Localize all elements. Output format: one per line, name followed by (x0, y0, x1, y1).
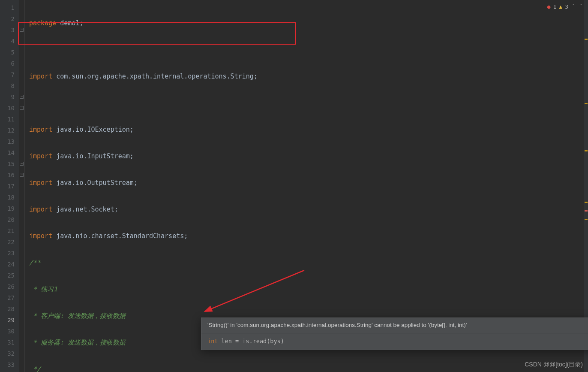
stripe-marker[interactable] (585, 150, 588, 151)
fold-column[interactable]: − − − − − (19, 0, 25, 372)
line-num[interactable]: 28 (0, 303, 19, 315)
next-highlighted-error-icon[interactable]: ˅ (579, 3, 584, 9)
line-num[interactable]: 3 (0, 24, 19, 36)
line-num[interactable]: 2 (0, 13, 19, 24)
line-num[interactable]: 6 (0, 58, 19, 69)
line-num[interactable]: 17 (0, 181, 19, 192)
error-icon: ● (547, 3, 551, 10)
stripe-marker[interactable] (585, 219, 588, 220)
tooltip-suggestion[interactable]: int len = is.read(bys) (207, 338, 284, 345)
error-tooltip[interactable]: 'String()' in 'com.sun.org.apache.xpath.… (201, 318, 588, 350)
fold-toggle-icon[interactable]: − (20, 162, 24, 166)
stripe-marker[interactable] (585, 202, 588, 203)
line-num[interactable]: 11 (0, 114, 19, 125)
line-num[interactable]: 24 (0, 259, 19, 270)
line-num[interactable]: 15 (0, 158, 19, 169)
line-num[interactable]: 10 (0, 103, 19, 114)
line-num[interactable]: 8 (0, 80, 19, 91)
error-count: 1 (553, 3, 557, 10)
stripe-marker[interactable] (585, 39, 588, 40)
line-num[interactable]: 26 (0, 281, 19, 292)
line-num[interactable]: 32 (0, 348, 19, 359)
line-num[interactable]: 30 (0, 326, 19, 337)
stripe-marker[interactable] (585, 210, 588, 212)
line-num[interactable]: 13 (0, 136, 19, 147)
watermark: CSDN @@[toc](目录) (525, 361, 583, 369)
line-num[interactable]: 5 (0, 47, 19, 58)
line-num[interactable]: 33 (0, 359, 19, 370)
line-num[interactable]: 16 (0, 169, 19, 181)
line-num[interactable]: 12 (0, 125, 19, 136)
code-area[interactable]: package demo1; import com.sun.org.apache… (25, 0, 588, 372)
tooltip-message: 'String()' in 'com.sun.org.apache.xpath.… (201, 318, 588, 333)
line-num[interactable]: 23 (0, 248, 19, 259)
warning-icon: ▲ (559, 3, 562, 10)
fold-toggle-icon[interactable]: − (20, 28, 24, 32)
line-num[interactable]: 25 (0, 270, 19, 281)
fold-toggle-icon[interactable]: − (20, 106, 24, 110)
line-num[interactable]: 9 (0, 91, 19, 103)
line-num[interactable]: 27 (0, 292, 19, 303)
problems-widget[interactable]: ● 1 ▲ 3 ˄ ˅ (547, 2, 584, 11)
line-num[interactable]: 20 (0, 214, 19, 225)
fold-toggle-icon[interactable]: − (20, 173, 24, 177)
fold-toggle-icon[interactable]: − (20, 95, 24, 99)
stripe-marker[interactable] (585, 103, 588, 104)
line-num[interactable]: 29 (0, 315, 19, 326)
line-num[interactable]: 18 (0, 192, 19, 203)
line-number-gutter[interactable]: 1 2 3 4 5 6 7 8 9 10 11 12 13 14 15 16 1… (0, 0, 19, 372)
line-num[interactable]: 21 (0, 225, 19, 236)
line-num[interactable]: 4 (0, 36, 19, 47)
prev-highlighted-error-icon[interactable]: ˄ (571, 3, 576, 9)
line-num[interactable]: 14 (0, 147, 19, 158)
code-editor[interactable]: 1 2 3 4 5 6 7 8 9 10 11 12 13 14 15 16 1… (0, 0, 588, 372)
line-num[interactable]: 31 (0, 337, 19, 348)
line-num[interactable]: 22 (0, 236, 19, 248)
line-num[interactable]: 1 (0, 2, 19, 13)
line-num[interactable]: 7 (0, 69, 19, 80)
error-stripe[interactable] (584, 0, 588, 372)
warning-count: 3 (565, 3, 568, 10)
line-num[interactable]: 19 (0, 203, 19, 214)
